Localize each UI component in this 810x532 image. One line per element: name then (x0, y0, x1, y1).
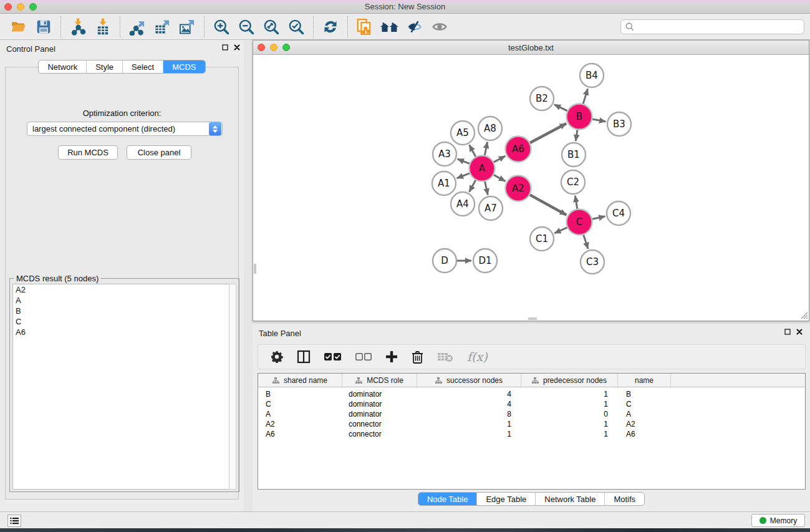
table-row[interactable]: A2connector11A2 (258, 419, 805, 429)
result-item[interactable]: A (13, 295, 229, 306)
tab-network[interactable]: Network (39, 60, 86, 73)
export-table-button[interactable] (150, 16, 175, 38)
criterion-select[interactable]: largest connected component (directed) (27, 122, 223, 136)
graph-edge-A2-C[interactable] (530, 195, 567, 215)
graph-edge-A-A2[interactable] (494, 175, 506, 181)
tab-network-table[interactable]: Network Table (535, 493, 604, 505)
add-column-button[interactable] (385, 351, 398, 363)
table-row[interactable]: Cdominator41C (258, 399, 805, 409)
import-network-button[interactable] (65, 16, 90, 38)
tab-select[interactable]: Select (122, 60, 163, 73)
show-all-button[interactable] (427, 16, 452, 38)
close-panel-button[interactable]: Close panel (127, 145, 191, 160)
graph-node-label: A1 (438, 178, 450, 189)
graph-edge-A-A6[interactable] (494, 156, 505, 162)
delete-table-button[interactable] (437, 351, 453, 362)
function-builder-button[interactable]: f(x) (467, 350, 488, 364)
save-session-button[interactable] (31, 16, 56, 38)
graph-edge-A-A5[interactable] (470, 145, 476, 157)
result-item[interactable]: A2 (13, 284, 229, 295)
close-panel-icon[interactable] (234, 44, 240, 51)
export-network-icon (128, 18, 146, 36)
hierarchy-icon (272, 377, 279, 384)
table-row[interactable]: Bdominator41B (258, 389, 805, 399)
open-session-button[interactable] (6, 16, 31, 38)
graph-edge-A-A1[interactable] (457, 173, 470, 178)
zoom-fit-button[interactable] (259, 16, 284, 38)
graph-edge-B-B4[interactable] (583, 89, 587, 104)
table-cell: A2 (258, 420, 342, 428)
column-header[interactable]: MCDS role (342, 374, 417, 387)
new-network-from-selection-button[interactable] (352, 16, 377, 38)
graph-edge-A-A3[interactable] (458, 159, 470, 163)
float-panel-icon[interactable] (222, 44, 228, 51)
table-cell: connector (342, 420, 417, 428)
tab-mcds[interactable]: MCDS (163, 60, 205, 73)
export-image-button[interactable] (175, 16, 200, 38)
column-header[interactable]: predecessor nodes (521, 374, 618, 387)
select-all-icon (324, 352, 342, 361)
graph-edge-C-C4[interactable] (592, 216, 605, 220)
deselect-all-button[interactable] (355, 353, 372, 361)
graph-edge-A-A4[interactable] (470, 180, 476, 192)
graph-edge-A-A8[interactable] (485, 142, 487, 155)
settings-gear-button[interactable] (271, 351, 283, 363)
close-panel-icon[interactable] (796, 329, 803, 335)
column-header-label: name (635, 376, 653, 385)
memory-status-icon (759, 517, 766, 524)
memory-button[interactable]: Memory (751, 514, 805, 527)
result-item[interactable]: A6 (13, 327, 229, 337)
hide-selected-button[interactable] (402, 16, 427, 38)
graph-edge-C-C1[interactable] (554, 228, 567, 233)
graph-edge-C-C2[interactable] (575, 196, 577, 209)
graph-edge-B-B1[interactable] (576, 130, 577, 141)
result-scrollbar[interactable] (229, 284, 236, 490)
graph-node-label: A7 (485, 203, 497, 214)
export-network-button[interactable] (125, 16, 150, 38)
apply-layout-button[interactable] (318, 16, 343, 38)
graph-edge-B-B2[interactable] (554, 105, 567, 111)
result-item[interactable]: B (13, 306, 229, 316)
graph-node-label: B (576, 111, 582, 122)
graph-edge-A6-B[interactable] (530, 123, 566, 143)
graph-edge-A-A7[interactable] (485, 181, 488, 195)
run-mcds-button[interactable]: Run MCDS (58, 145, 118, 160)
network-view-window: testGlobe.txt B4B2BB3A8A5A6A3B1AA1C2A2A4… (253, 40, 809, 321)
result-item[interactable]: C (13, 316, 229, 327)
first-neighbors-button[interactable] (377, 16, 402, 38)
desktop-background (0, 528, 810, 532)
zoom-out-button[interactable] (234, 16, 259, 38)
toggle-column-panel-button[interactable] (297, 350, 311, 364)
search-input[interactable] (637, 21, 804, 33)
select-all-button[interactable] (324, 352, 342, 361)
table-row[interactable]: A6connector11A6 (258, 429, 805, 439)
graph-node-label: D1 (478, 255, 491, 266)
column-header[interactable]: name (618, 374, 671, 387)
main-toolbar (0, 14, 810, 40)
column-header[interactable]: successor nodes (417, 374, 521, 387)
tab-edge-table[interactable]: Edge Table (476, 493, 535, 505)
toolbar-separator (204, 16, 205, 37)
delete-column-icon (412, 351, 423, 364)
zoom-selected-button[interactable] (284, 16, 309, 38)
tab-style[interactable]: Style (86, 60, 122, 73)
zoom-fit-icon (263, 18, 280, 36)
table-cell: 4 (417, 400, 521, 409)
import-table-button[interactable] (90, 16, 115, 38)
apply-layout-icon (322, 18, 339, 36)
graph-edge-C-C3[interactable] (584, 235, 588, 249)
zoom-in-button[interactable] (209, 16, 234, 38)
table-row[interactable]: Adominator80A (258, 409, 805, 419)
graph-edge-B-B3[interactable] (592, 119, 605, 122)
network-canvas[interactable]: B4B2BB3A8A5A6A3B1AA1C2A2A4A7C4CC1C3DD1 (254, 55, 808, 320)
float-panel-icon[interactable] (784, 329, 791, 335)
status-bar: Memory (0, 511, 810, 528)
tab-motifs[interactable]: Motifs (604, 493, 644, 505)
tab-node-table[interactable]: Node Table (418, 493, 477, 505)
column-header[interactable]: shared name (258, 374, 342, 387)
delete-column-button[interactable] (412, 351, 423, 364)
table-cell: B (618, 390, 671, 399)
task-history-button[interactable] (7, 515, 21, 527)
resize-grip-icon[interactable] (799, 311, 808, 319)
mcds-result-list[interactable]: A2ABCA6 (12, 284, 230, 490)
